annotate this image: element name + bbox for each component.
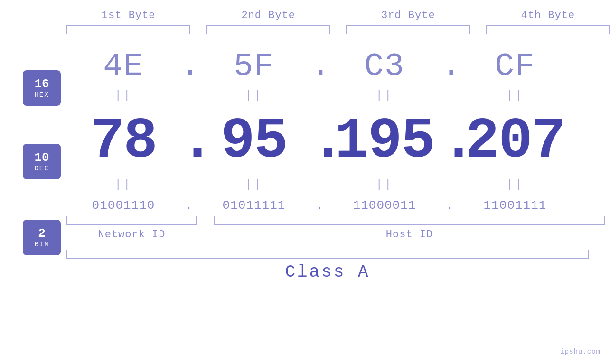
dec-dot-2: . xyxy=(311,109,328,174)
bin-base-box: 2 BIN xyxy=(23,220,61,255)
hex-row: 4E . 5F . C3 . CF xyxy=(66,48,610,84)
equals-1: || xyxy=(66,89,180,102)
network-bracket xyxy=(66,216,197,225)
equals-row-2: || || || || xyxy=(66,178,610,191)
equals-3: || xyxy=(328,89,441,102)
bin-dot-2: . xyxy=(311,198,328,213)
dec-value-1: 78 xyxy=(66,109,180,174)
equals-5: || xyxy=(66,178,180,191)
dec-dot-1: . xyxy=(180,109,197,174)
network-id-label: Network ID xyxy=(66,229,197,241)
top-bracket-3 xyxy=(346,25,470,34)
equals-6: || xyxy=(197,178,311,191)
hex-base-box: 16 HEX xyxy=(23,70,61,106)
bin-dot-3: . xyxy=(441,198,458,213)
dec-value-2: 95 xyxy=(197,109,311,174)
bin-base-number: 2 xyxy=(38,227,46,241)
hex-dot-2: . xyxy=(311,48,328,84)
top-bracket-1 xyxy=(66,25,190,34)
hex-dot-1: . xyxy=(180,48,197,84)
hex-value-1: 4E xyxy=(66,48,180,84)
top-bracket-2 xyxy=(206,25,330,34)
equals-2: || xyxy=(197,89,311,102)
dec-base-box: 10 DEC xyxy=(23,144,61,179)
class-label: Class A xyxy=(285,262,370,282)
hex-base-label: HEX xyxy=(34,91,49,99)
equals-7: || xyxy=(328,178,441,191)
top-bracket-4 xyxy=(486,25,610,34)
byte1-label: 1st Byte xyxy=(66,9,190,21)
watermark: ipshu.com xyxy=(560,348,601,355)
hex-value-3: C3 xyxy=(328,48,441,84)
hex-value-2: 5F xyxy=(197,48,311,84)
class-bracket-row xyxy=(66,250,610,259)
byte4-label: 4th Byte xyxy=(486,9,610,21)
dec-value-4: 207 xyxy=(458,109,572,174)
dec-base-label: DEC xyxy=(34,165,49,172)
class-bracket xyxy=(66,250,589,259)
byte2-label: 2nd Byte xyxy=(206,9,330,21)
bin-value-2: 01011111 xyxy=(197,198,311,213)
bin-base-label: BIN xyxy=(34,241,49,248)
equals-row-1: || || || || xyxy=(66,89,610,102)
bin-row: 01001110 . 01011111 . 11000011 . 1100111… xyxy=(66,198,610,213)
hex-dot-3: . xyxy=(441,48,458,84)
host-id-label: Host ID xyxy=(214,229,605,241)
top-brackets-row xyxy=(66,25,610,34)
hex-value-4: CF xyxy=(458,48,572,84)
equals-8: || xyxy=(458,178,572,191)
bin-value-1: 01001110 xyxy=(66,198,180,213)
hex-base-number: 16 xyxy=(34,77,49,91)
bin-value-4: 11001111 xyxy=(458,198,572,213)
dec-value-3: 195 xyxy=(328,109,441,174)
class-label-row: Class A xyxy=(66,262,589,282)
dec-row: 78 . 95 . 195 . 207 xyxy=(66,109,610,174)
bottom-brackets-row xyxy=(66,216,610,225)
equals-4: || xyxy=(458,89,572,102)
segment-labels-row: Network ID Host ID xyxy=(66,229,610,241)
host-bracket xyxy=(214,216,605,225)
bin-value-3: 11000011 xyxy=(328,198,441,213)
dec-base-number: 10 xyxy=(34,151,49,165)
bin-dot-1: . xyxy=(180,198,197,213)
byte-labels-row: 1st Byte 2nd Byte 3rd Byte 4th Byte xyxy=(66,9,610,21)
dec-dot-3: . xyxy=(441,109,458,174)
main-container: 1st Byte 2nd Byte 3rd Byte 4th Byte 4E .… xyxy=(0,0,610,364)
byte3-label: 3rd Byte xyxy=(346,9,470,21)
